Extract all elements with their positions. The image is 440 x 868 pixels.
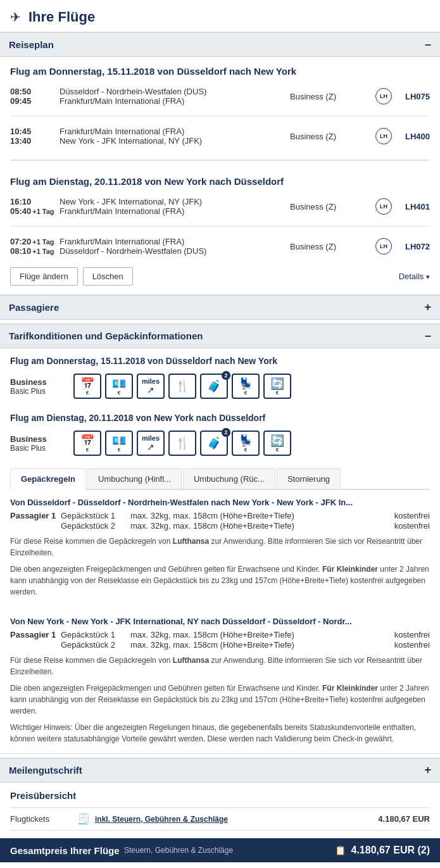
flight-day-2-header: Flug am Dienstag, 20.11.2018 von New Yor…	[10, 167, 430, 193]
piece-cost-1-2: kostenfrei	[394, 521, 430, 531]
piece-cost-2-2: kostenfrei	[394, 640, 430, 650]
tab-stornierung[interactable]: Stornierung	[277, 469, 341, 489]
preis-label-flugtickets: Flugtickets	[10, 814, 73, 824]
lh-logo-4: LH	[375, 238, 392, 255]
change-flights-button[interactable]: Flüge ändern	[10, 267, 78, 286]
baggage-pax-2: Passagier 1 Gepäckstück 1 max. 32kg, max…	[10, 630, 430, 655]
tarifkonditionen-header: Tarifkonditionen und Gepäckinformationen…	[0, 324, 440, 348]
piece-label-1-2: Gepäckstück 2	[61, 521, 130, 531]
tarif-icons-1: 📅 € 💶 € miles ↗ 🍴 🧳 2	[73, 374, 291, 399]
pax-row-1: Passagier 1 Gepäckstück 1 max. 32kg, max…	[10, 511, 430, 531]
arrive-airport-4: Düsseldorf - Nordrhein-Westfalen (DUS)	[60, 246, 290, 256]
flight-segment-1: 08:50 09:45 Düsseldorf - Nordrhein-Westf…	[10, 83, 430, 110]
depart-airport-4: Frankfurt/Main International (FRA)	[60, 237, 290, 246]
piece-label-2-1: Gepäckstück 1	[61, 630, 130, 639]
flight-number-1: LH075	[395, 92, 430, 101]
chevron-down-icon: ▾	[426, 273, 430, 280]
depart-time-2: 10:45	[10, 127, 54, 136]
tarif-icon-refund-1: 💶 €	[105, 374, 133, 399]
depart-airport-3: New York - JFK International, NY (JFK)	[60, 197, 290, 206]
flight-times-1: 08:50 09:45	[10, 87, 54, 106]
baggage-icon: 🧳	[207, 379, 221, 393]
steuern-link[interactable]: inkl. Steuern, Gebühren & Zuschläge	[95, 815, 228, 824]
flight-logo-3: LH	[372, 198, 395, 215]
lh-logo-1: LH	[375, 88, 392, 104]
piece-row-2-2: Gepäckstück 2 max. 32kg, max. 158cm (Höh…	[61, 640, 430, 650]
piece-label-1-1: Gepäckstück 1	[61, 511, 130, 520]
arrive-time-4: 08:10	[10, 246, 31, 256]
preis-note-flugtickets: 🧾 inkl. Steuern, Gebühren & Zuschläge	[77, 813, 356, 825]
calendar-icon: 📅	[80, 377, 94, 391]
extra-icon-2: 🔄	[270, 434, 284, 448]
reiseplan-content: Flug am Donnerstag, 15.11.2018 von Düsse…	[0, 57, 440, 294]
tarif-icon-seat-1: 💺 €	[232, 374, 260, 399]
tarif-label-1: Business Basic Plus	[10, 377, 67, 396]
flight-class-2: Business (Z)	[290, 132, 372, 141]
seat-icon-2: 💺	[239, 434, 253, 448]
tarif-flight-1-header: Flug am Donnerstag, 15.11.2018 von Düsse…	[10, 348, 430, 370]
seat-icon: 💺	[239, 377, 253, 391]
meal-icon: 🍴	[175, 379, 189, 393]
reiseplan-title: Reiseplan	[9, 39, 54, 50]
arrive-airport-3: Frankfurt/Main International (FRA)	[60, 206, 290, 216]
baggage-route-1-header: Von Düsseldorf - Düsseldorf - Nordrhein-…	[10, 490, 430, 511]
flight-class-4: Business (Z)	[290, 242, 372, 251]
piece-detail-2-1: max. 32kg, max. 158cm (Höhe+Breite+Tiefe…	[130, 630, 394, 639]
extra-icon: 🔄	[270, 377, 284, 391]
depart-time-4: 07:20	[10, 237, 31, 246]
flight-logo-2: LH	[372, 128, 395, 144]
flight-segment-2: 10:45 13:40 Frankfurt/Main International…	[10, 123, 430, 149]
preisübersicht-section: Preisübersicht Flugtickets 🧾 inkl. Steue…	[0, 783, 440, 838]
action-bar-left: Flüge ändern Löschen	[10, 267, 133, 286]
baggage-note-2: Die oben angezeigten Freigepäckmengen un…	[10, 563, 430, 603]
baggage-pieces-2: Gepäckstück 1 max. 32kg, max. 158cm (Höh…	[61, 630, 430, 650]
tarif-icon-baggage-1: 🧳 2	[200, 374, 228, 399]
piece-detail-1-1: max. 32kg, max. 158cm (Höhe+Breite+Tiefe…	[130, 511, 394, 520]
tarif-icon-baggage-2: 🧳 2	[200, 431, 228, 456]
tarif-icon-seat-2: 💺 €	[232, 431, 260, 456]
tab-umbuchung-ruc[interactable]: Umbuchung (Rüc...	[183, 469, 275, 489]
gesamtpreis-note: Steuern, Gebühren & Zuschläge	[124, 846, 330, 855]
lh-logo-2: LH	[375, 128, 392, 144]
flight-number-3: LH401	[395, 202, 430, 211]
tarif-icon-miles-1: miles ↗	[137, 374, 165, 399]
tarifkonditionen-content: Flug am Donnerstag, 15.11.2018 von Düsse…	[0, 348, 440, 750]
tab-umbuchung-hin[interactable]: Umbuchung (Hinfl...	[87, 469, 182, 489]
depart-airport-2: Frankfurt/Main International (FRA)	[60, 127, 290, 136]
tarif-flight-2-header: Flug am Dienstag, 20.11.2018 von New Yor…	[10, 405, 430, 427]
baggage-note-4: Die oben angezeigten Freigepäckmengen un…	[10, 682, 430, 722]
tab-gepackregeln[interactable]: Gepäckregeln	[10, 469, 86, 490]
tarifkonditionen-toggle[interactable]: –	[425, 329, 431, 343]
piece-cost-2-1: kostenfrei	[394, 630, 430, 639]
arrive-time-2: 13:40	[10, 136, 54, 146]
baggage-note-3: Für diese Reise kommen die Gepäckregeln …	[10, 655, 430, 682]
meilengutschrift-toggle[interactable]: +	[424, 764, 431, 777]
page-header: ✈ Ihre Flüge	[0, 0, 440, 32]
delete-button[interactable]: Löschen	[83, 267, 133, 286]
flight-class-3: Business (Z)	[290, 202, 372, 211]
passagiere-toggle[interactable]: +	[424, 301, 431, 314]
piece-detail-1-2: max. 32kg, max. 158cm (Höhe+Breite+Tiefe…	[130, 521, 394, 531]
flight-times-2: 10:45 13:40	[10, 127, 54, 146]
reiseplan-toggle[interactable]: –	[425, 38, 431, 51]
flight-airports-1: Düsseldorf - Nordrhein-Westfalen (DUS) F…	[54, 87, 290, 106]
arrive-airport-2: New York - JFK International, NY (JFK)	[60, 136, 290, 146]
preis-amount-flugtickets: 4.180,67 EUR	[360, 814, 430, 824]
arrive-time-3: 05:40	[10, 206, 31, 216]
baggage-note-1: Für diese Reise kommen die Gepäckregeln …	[10, 536, 430, 563]
reiseplan-header: Reiseplan –	[0, 32, 440, 57]
arrive-airport-1: Frankfurt/Main International (FRA)	[60, 96, 290, 106]
piece-label-2-2: Gepäckstück 2	[61, 640, 130, 650]
depart-time-1: 08:50	[10, 87, 54, 96]
details-link[interactable]: Details ▾	[399, 272, 430, 281]
pax-label-2: Passagier 1	[10, 630, 61, 639]
meilengutschrift-header: Meilengutschrift +	[0, 758, 440, 783]
depart-airport-1: Düsseldorf - Nordrhein-Westfalen (DUS)	[60, 87, 290, 96]
action-bar: Flüge ändern Löschen Details ▾	[10, 260, 430, 294]
tarif-row-1: Business Basic Plus 📅 € 💶 € miles ↗ 🍴	[10, 370, 430, 405]
plane-icon: ✈	[10, 9, 21, 25]
baggage-note-5: Wichtiger Hinweis: Über die angezeigten …	[10, 722, 430, 750]
flight-airports-4: Frankfurt/Main International (FRA) Düsse…	[54, 237, 290, 256]
flight-logo-1: LH	[372, 88, 395, 104]
tarifkonditionen-title: Tarifkonditionen und Gepäckinformationen	[9, 330, 203, 341]
